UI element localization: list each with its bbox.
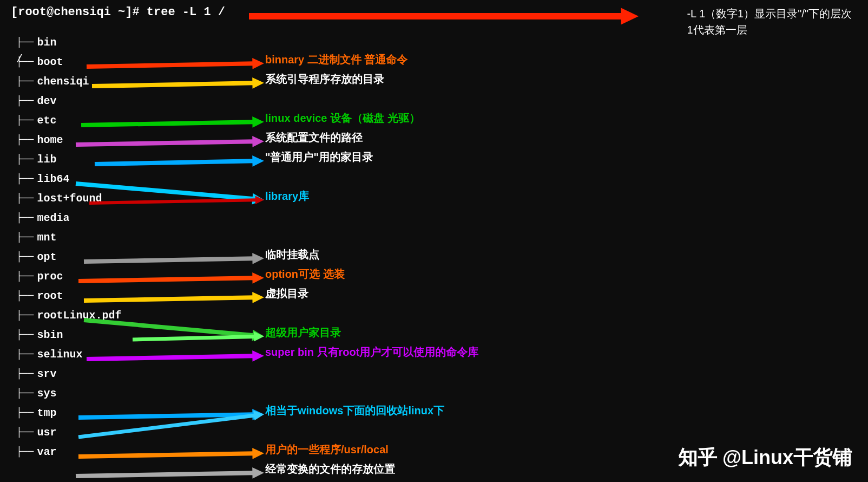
svg-marker-3 — [252, 58, 264, 69]
svg-line-10 — [95, 161, 254, 164]
dir-name-srv: srv — [37, 368, 56, 380]
svg-marker-21 — [252, 292, 264, 303]
dir-name-var: var — [37, 446, 56, 458]
watermark: 知乎 @Linux干货铺 — [678, 445, 852, 471]
dir-item-sbin: ├──sbin — [16, 325, 63, 344]
svg-marker-5 — [252, 77, 264, 89]
dir-item-mnt: ├──mnt — [16, 227, 56, 247]
svg-marker-7 — [252, 116, 264, 128]
dir-name-etc: etc — [37, 114, 56, 127]
dir-item-chensiqi: ├──chensiqi — [16, 71, 89, 91]
annotation-5: library库 — [265, 189, 309, 204]
svg-marker-25 — [254, 331, 264, 341]
dash-var: ├── — [16, 446, 34, 457]
svg-marker-31 — [253, 411, 264, 420]
dash-usr: ├── — [16, 427, 34, 438]
dir-name-boot: boot — [37, 56, 63, 68]
dash-rootLinux.pdf: ├── — [16, 310, 34, 321]
dash-media: ├── — [16, 212, 34, 223]
dir-item-opt: ├──opt — [16, 247, 56, 266]
dir-name-bin: bin — [37, 36, 56, 49]
svg-line-16 — [84, 258, 254, 262]
svg-marker-19 — [252, 272, 264, 284]
dash-chensiqi: ├── — [16, 76, 34, 87]
annotation-1: 系统引导程序存放的目录 — [265, 72, 384, 87]
dash-srv: ├── — [16, 368, 34, 379]
dir-name-lost+found: lost+found — [37, 192, 102, 205]
annotation-7: option可选 选装 — [265, 267, 345, 282]
dir-name-dev: dev — [37, 95, 56, 107]
svg-line-30 — [78, 415, 255, 437]
dash-opt: ├── — [16, 251, 34, 262]
dir-name-rootLinux.pdf: rootLinux.pdf — [37, 309, 121, 322]
dash-root: ├── — [16, 290, 34, 301]
dir-item-tmp: ├──tmp — [16, 403, 56, 422]
dir-item-dev: ├──dev — [16, 91, 56, 110]
dir-item-lib: ├──lib — [16, 149, 56, 169]
top-right-note: -L 1（数字1）显示目录"/"下的层次 1代表第一层 — [687, 5, 852, 38]
svg-marker-33 — [252, 448, 264, 459]
svg-marker-17 — [252, 253, 264, 264]
svg-marker-35 — [252, 467, 264, 479]
annotation-12: 用户的一些程序/usr/local — [265, 442, 389, 457]
dir-item-proc: ├──proc — [16, 266, 63, 286]
dir-item-bin: ├──bin — [16, 32, 56, 52]
dash-lib: ├── — [16, 154, 34, 165]
dir-name-tmp: tmp — [37, 407, 56, 419]
dir-item-usr: ├──usr — [16, 422, 56, 442]
annotation-13: 经常变换的文件的存放位置 — [265, 462, 395, 477]
dir-name-lib64: lib64 — [37, 173, 69, 185]
dash-selinux: ├── — [16, 349, 34, 360]
dir-name-usr: usr — [37, 426, 56, 439]
dir-name-home: home — [37, 134, 63, 146]
svg-line-18 — [78, 278, 254, 281]
dir-name-proc: proc — [37, 270, 63, 283]
svg-marker-9 — [252, 136, 264, 147]
dir-name-lib: lib — [37, 153, 56, 166]
dir-item-selinux: ├──selinux — [16, 344, 82, 364]
svg-marker-23 — [252, 330, 264, 341]
dash-home: ├── — [16, 134, 34, 145]
svg-line-6 — [81, 122, 254, 125]
svg-line-34 — [76, 473, 254, 476]
svg-line-28 — [78, 414, 254, 418]
dash-dev: ├── — [16, 95, 34, 106]
svg-line-20 — [84, 297, 254, 301]
dir-name-sbin: sbin — [37, 329, 63, 341]
dir-item-sys: ├──sys — [16, 383, 56, 403]
terminal: [root@chensiqi ~]# tree -L 1 / / ├──bin├… — [0, 0, 868, 482]
svg-marker-13 — [252, 193, 264, 205]
svg-marker-11 — [252, 155, 264, 167]
annotation-0: binnary 二进制文件 普通命令 — [265, 53, 407, 67]
dir-name-media: media — [37, 212, 69, 224]
dir-item-lost+found: ├──lost+found — [16, 188, 102, 208]
svg-line-2 — [87, 63, 254, 67]
svg-marker-15 — [255, 196, 264, 204]
dash-mnt: ├── — [16, 232, 34, 243]
dir-item-lib64: ├──lib64 — [16, 169, 69, 188]
dir-item-var: ├──var — [16, 442, 56, 461]
svg-line-26 — [87, 356, 254, 359]
svg-line-12 — [76, 184, 254, 199]
svg-line-32 — [78, 453, 254, 457]
dir-item-etc: ├──etc — [16, 110, 56, 130]
dir-item-home: ├──home — [16, 130, 63, 149]
annotation-6: 临时挂载点 — [265, 247, 319, 262]
annotation-9: 超级用户家目录 — [265, 325, 341, 340]
dash-lib64: ├── — [16, 173, 34, 184]
annotation-3: 系统配置文件的路径 — [265, 131, 363, 145]
svg-marker-29 — [252, 409, 264, 420]
dash-lost+found: ├── — [16, 193, 34, 204]
dir-name-opt: opt — [37, 251, 56, 263]
svg-line-24 — [133, 336, 255, 340]
svg-line-14 — [89, 200, 257, 203]
dash-sbin: ├── — [16, 329, 34, 340]
dir-item-media: ├──media — [16, 208, 69, 227]
dir-name-selinux: selinux — [37, 348, 82, 361]
annotation-11: 相当于windows下面的回收站linux下 — [265, 403, 444, 418]
dash-tmp: ├── — [16, 407, 34, 418]
annotation-8: 虚拟目录 — [265, 286, 308, 301]
dash-etc: ├── — [16, 115, 34, 126]
dash-boot: ├── — [16, 56, 34, 67]
dash-proc: ├── — [16, 271, 34, 282]
